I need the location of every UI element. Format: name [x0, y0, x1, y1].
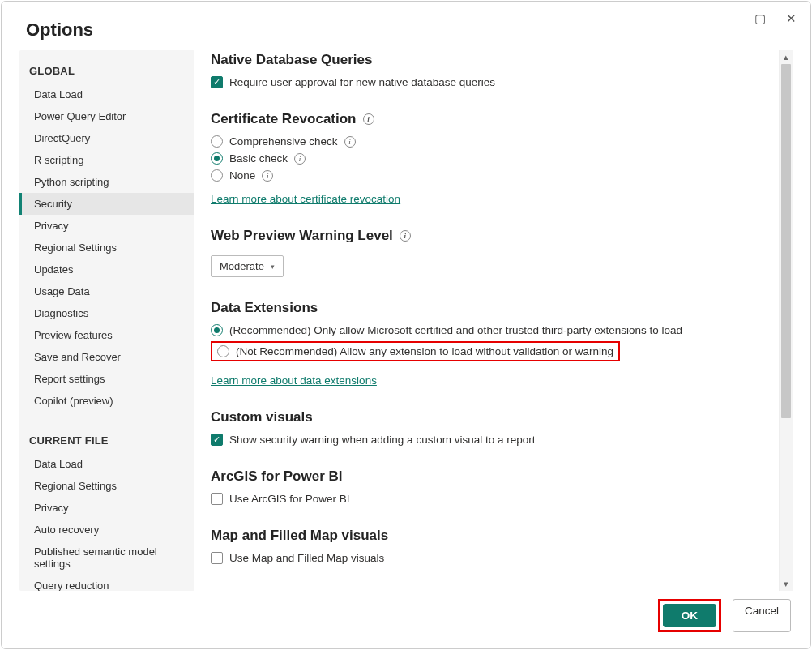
info-icon[interactable]: [262, 170, 273, 182]
row-cert-comprehensive[interactable]: Comprehensive check: [211, 135, 771, 148]
section-custom-visuals: Custom visuals Show security warning whe…: [211, 409, 771, 446]
dialog-body: GLOBAL Data Load Power Query Editor Dire…: [2, 41, 810, 599]
maximize-icon[interactable]: ▢: [752, 11, 768, 26]
dialog-title: Options: [26, 19, 93, 41]
section-title-native-db: Native Database Queries: [211, 52, 771, 68]
info-icon[interactable]: [363, 113, 374, 125]
label-none: None: [229, 169, 255, 182]
radio-basic[interactable]: [211, 152, 223, 165]
link-data-ext-learn-more[interactable]: Learn more about data extensions: [211, 374, 377, 387]
radio-data-ext-recommended[interactable]: [211, 324, 223, 336]
section-title-data-ext: Data Extensions: [211, 300, 771, 316]
row-arcgis[interactable]: Use ArcGIS for Power BI: [211, 493, 771, 505]
web-preview-title-text: Web Preview Warning Level: [211, 228, 393, 244]
checkbox-arcgis[interactable]: [211, 493, 223, 505]
section-title-web-preview: Web Preview Warning Level: [211, 228, 771, 244]
nav-data-load[interactable]: Data Load: [19, 83, 194, 105]
checkbox-custom-visual[interactable]: [211, 434, 223, 446]
section-native-db: Native Database Queries Require user app…: [211, 52, 771, 88]
scroll-up-icon[interactable]: ▴: [780, 50, 793, 64]
nav-save-recover[interactable]: Save and Recover: [19, 346, 194, 368]
radio-data-ext-not-recommended[interactable]: [217, 345, 229, 357]
section-title-arcgis: ArcGIS for Power BI: [211, 468, 771, 485]
nav-report-settings-global[interactable]: Report settings: [19, 368, 194, 390]
section-arcgis: ArcGIS for Power BI Use ArcGIS for Power…: [211, 468, 771, 505]
sidebar-heading-current-file: CURRENT FILE: [19, 431, 194, 453]
content-panel: Native Database Queries Require user app…: [211, 50, 779, 591]
row-native-db-approval[interactable]: Require user approval for new native dat…: [211, 76, 771, 88]
highlight-not-recommended: (Not Recommended) Allow any extension to…: [211, 341, 620, 361]
row-cert-none[interactable]: None: [211, 169, 771, 182]
dropdown-value: Moderate: [220, 260, 264, 272]
scroll-thumb[interactable]: [781, 64, 791, 418]
dialog-footer: OK Cancel: [2, 599, 810, 648]
nav-updates[interactable]: Updates: [19, 259, 194, 280]
sidebar-heading-global: GLOBAL: [19, 62, 194, 83]
radio-comprehensive[interactable]: [211, 135, 223, 148]
content-wrap: Native Database Queries Require user app…: [211, 50, 793, 591]
nav-cf-data-load[interactable]: Data Load: [19, 453, 194, 475]
info-icon[interactable]: [400, 230, 411, 242]
close-icon[interactable]: ✕: [783, 11, 799, 26]
row-custom-visual-warning[interactable]: Show security warning when adding a cust…: [211, 434, 771, 446]
titlebar: Options ▢ ✕: [2, 2, 810, 41]
label-basic: Basic check: [229, 152, 288, 165]
chevron-down-icon: ▾: [271, 263, 275, 271]
label-custom-visual: Show security warning when adding a cust…: [229, 434, 535, 446]
scrollbar[interactable]: ▴ ▾: [779, 50, 793, 591]
scroll-down-icon[interactable]: ▾: [780, 577, 793, 591]
scroll-track[interactable]: [780, 64, 793, 577]
row-maps[interactable]: Use Map and Filled Map visuals: [211, 552, 771, 564]
nav-r-scripting[interactable]: R scripting: [19, 149, 194, 171]
nav-privacy[interactable]: Privacy: [19, 215, 194, 237]
dropdown-web-preview[interactable]: Moderate ▾: [211, 255, 284, 277]
row-cert-basic[interactable]: Basic check: [211, 152, 771, 165]
label-comprehensive: Comprehensive check: [229, 135, 338, 148]
row-data-ext-recommended[interactable]: (Recommended) Only allow Microsoft certi…: [211, 324, 771, 336]
section-maps: Map and Filled Map visuals Use Map and F…: [211, 528, 771, 564]
nav-directquery[interactable]: DirectQuery: [19, 127, 194, 149]
label-data-ext-not-recommended: (Not Recommended) Allow any extension to…: [236, 345, 613, 357]
nav-security[interactable]: Security: [19, 193, 194, 215]
link-cert-learn-more[interactable]: Learn more about certificate revocation: [211, 193, 400, 205]
label-native-db: Require user approval for new native dat…: [229, 76, 495, 88]
highlight-ok: OK: [658, 599, 721, 632]
checkbox-native-db[interactable]: [211, 76, 223, 88]
nav-cf-published-semantic[interactable]: Published semantic model settings: [19, 541, 194, 575]
cancel-button[interactable]: Cancel: [733, 599, 791, 632]
label-arcgis: Use ArcGIS for Power BI: [229, 493, 350, 505]
nav-cf-auto-recovery[interactable]: Auto recovery: [19, 519, 194, 541]
nav-preview-features[interactable]: Preview features: [19, 324, 194, 346]
radio-none[interactable]: [211, 169, 223, 182]
section-title-custom-visuals: Custom visuals: [211, 409, 771, 425]
nav-regional-settings[interactable]: Regional Settings: [19, 237, 194, 259]
section-title-maps: Map and Filled Map visuals: [211, 528, 771, 544]
nav-cf-privacy[interactable]: Privacy: [19, 497, 194, 519]
section-web-preview: Web Preview Warning Level Moderate ▾: [211, 228, 771, 277]
section-title-cert: Certificate Revocation: [211, 111, 771, 127]
ok-button[interactable]: OK: [663, 604, 716, 627]
checkbox-maps[interactable]: [211, 552, 223, 564]
info-icon[interactable]: [294, 153, 306, 165]
nav-diagnostics[interactable]: Diagnostics: [19, 302, 194, 324]
section-data-extensions: Data Extensions (Recommended) Only allow…: [211, 300, 771, 387]
nav-copilot-preview[interactable]: Copilot (preview): [19, 390, 194, 412]
nav-cf-regional-settings[interactable]: Regional Settings: [19, 475, 194, 497]
nav-power-query-editor[interactable]: Power Query Editor: [19, 105, 194, 127]
nav-usage-data[interactable]: Usage Data: [19, 280, 194, 302]
nav-cf-query-reduction[interactable]: Query reduction: [19, 575, 194, 591]
section-cert-revocation: Certificate Revocation Comprehensive che…: [211, 111, 771, 205]
options-dialog: Options ▢ ✕ GLOBAL Data Load Power Query…: [1, 1, 811, 649]
sidebar: GLOBAL Data Load Power Query Editor Dire…: [19, 50, 194, 591]
label-maps: Use Map and Filled Map visuals: [229, 552, 384, 564]
row-data-ext-not-recommended[interactable]: (Not Recommended) Allow any extension to…: [211, 341, 771, 361]
label-data-ext-recommended: (Recommended) Only allow Microsoft certi…: [229, 324, 682, 336]
info-icon[interactable]: [344, 136, 356, 148]
cert-title-text: Certificate Revocation: [211, 111, 357, 127]
nav-python-scripting[interactable]: Python scripting: [19, 171, 194, 193]
window-controls: ▢ ✕: [752, 11, 799, 26]
